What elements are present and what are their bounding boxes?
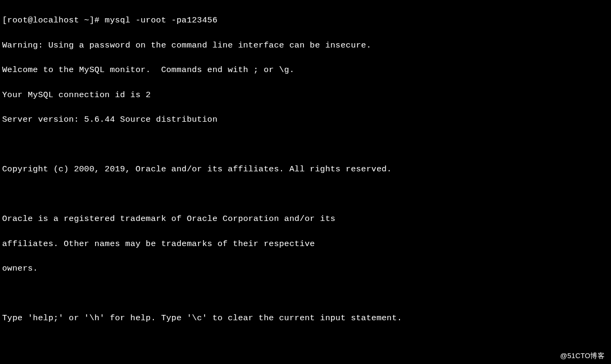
copyright-line: Copyright (c) 2000, 2019, Oracle and/or … [2, 163, 609, 176]
trademark-line-1: Oracle is a registered trademark of Orac… [2, 213, 609, 225]
welcome-line-2: Your MySQL connection id is 2 [2, 89, 609, 101]
blank-line [2, 288, 609, 300]
warning-line: Warning: Using a password on the command… [2, 39, 609, 52]
blank-line [2, 139, 609, 151]
shell-prompt: [root@localhost ~]# [2, 15, 105, 25]
trademark-line-3: owners. [2, 263, 609, 275]
shell-command: mysql -uroot -pa123456 [105, 15, 217, 25]
welcome-line-3: Server version: 5.6.44 Source distributi… [2, 114, 609, 126]
mysql-cmd-1: mysql> create database zabbix character … [2, 362, 609, 364]
shell-prompt-line: [root@localhost ~]# mysql -uroot -pa1234… [2, 14, 609, 27]
welcome-line-1: Welcome to the MySQL monitor. Commands e… [2, 64, 609, 76]
blank-line [2, 188, 609, 201]
watermark-text: @51CTO博客 [560, 351, 605, 361]
trademark-line-2: affiliates. Other names may be trademark… [2, 238, 609, 250]
terminal-output[interactable]: [root@localhost ~]# mysql -uroot -pa1234… [2, 2, 609, 364]
blank-line [2, 337, 609, 350]
help-line: Type 'help;' or '\h' for help. Type '\c'… [2, 312, 609, 325]
